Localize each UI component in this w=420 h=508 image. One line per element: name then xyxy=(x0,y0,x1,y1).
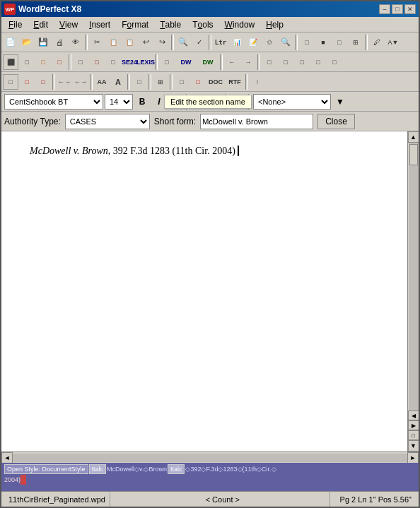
zoom-btn[interactable]: 🔍 xyxy=(278,35,293,50)
sep4 xyxy=(295,35,298,50)
sep8 xyxy=(220,54,223,70)
scroll-down-button[interactable]: ▼ xyxy=(408,440,419,451)
bold-button[interactable]: B xyxy=(134,94,150,110)
t3-btn3[interactable]: □ xyxy=(35,74,51,90)
redo-btn[interactable]: ↪ xyxy=(154,35,170,50)
scroll-extra2[interactable]: ▶ xyxy=(408,420,419,430)
menu-view[interactable]: View xyxy=(54,18,83,32)
t3-btn9[interactable]: ⊞ xyxy=(153,74,168,90)
authority-type-select[interactable]: CASES xyxy=(65,114,150,129)
t3-btn13[interactable]: RTF xyxy=(226,74,244,90)
menu-tools[interactable]: Tools xyxy=(187,18,218,32)
t3-btn12[interactable]: DOC xyxy=(206,74,225,90)
wb-btn[interactable]: □ xyxy=(299,35,315,50)
t3-btn2[interactable]: □ xyxy=(19,74,35,90)
menu-insert[interactable]: Insert xyxy=(83,18,116,32)
t2-btn17[interactable]: □ xyxy=(294,54,310,70)
t2-btn4[interactable]: □ xyxy=(52,54,67,70)
style-select[interactable]: <None> xyxy=(253,94,331,110)
menu-edit[interactable]: Edit xyxy=(28,18,54,32)
preview-btn[interactable]: 👁 xyxy=(68,35,83,50)
close-button[interactable]: ✕ xyxy=(404,4,416,14)
t2-btn13[interactable]: ← xyxy=(224,54,240,70)
menu-help[interactable]: Help xyxy=(260,18,289,32)
t3-btn5[interactable]: ←→ xyxy=(73,74,88,90)
text-cursor xyxy=(235,146,240,156)
t2-btn19[interactable]: □ xyxy=(327,54,342,70)
font-size-select[interactable]: 14 xyxy=(105,94,133,110)
copy-btn[interactable]: 📋 xyxy=(105,35,121,50)
t2-btn12[interactable]: DW xyxy=(197,54,218,70)
t2-btn8[interactable]: SE24 xyxy=(122,54,137,70)
minimize-button[interactable]: – xyxy=(379,4,390,14)
print-btn[interactable]: 🖨 xyxy=(52,35,67,50)
scroll-extra3[interactable]: □ xyxy=(408,430,419,440)
scroll-right-button[interactable]: ► xyxy=(407,452,419,463)
style-dropdown[interactable]: ▼ xyxy=(332,94,348,110)
sep2 xyxy=(171,35,174,50)
close-authority-button[interactable]: Close xyxy=(317,114,355,129)
scroll-left-button[interactable]: ◄ xyxy=(1,452,13,463)
t3-btn7[interactable]: A xyxy=(110,74,126,90)
open-btn[interactable]: 📂 xyxy=(19,35,35,50)
prop-btn[interactable]: 🖊 xyxy=(369,35,385,50)
wb-btn2[interactable]: ■ xyxy=(315,35,331,50)
paste-btn[interactable]: 📋 xyxy=(122,35,137,50)
scroll-track[interactable] xyxy=(409,143,419,410)
undo-btn[interactable]: ↩ xyxy=(138,35,153,50)
menu-window[interactable]: Window xyxy=(219,18,261,32)
t3-btn6[interactable]: AA xyxy=(94,74,110,90)
wb-btn4[interactable]: ⊞ xyxy=(348,35,363,50)
wb-btn3[interactable]: □ xyxy=(332,35,347,50)
find-btn[interactable]: 🔍 xyxy=(175,35,191,50)
vertical-scrollbar[interactable]: ▲ ◀ ▶ □ ▼ xyxy=(407,131,419,451)
toolbar-extra2[interactable]: 📝 xyxy=(245,35,261,50)
t2-btn3[interactable]: □ xyxy=(35,54,51,70)
t3-btn8[interactable]: □ xyxy=(132,74,147,90)
t2-btn15[interactable]: □ xyxy=(262,54,277,70)
menu-format[interactable]: Format xyxy=(116,18,154,32)
title-bar: WP WordPerfect X8 – □ ✕ xyxy=(1,1,419,17)
t3-btn14[interactable]: ↑ xyxy=(250,74,265,90)
color-btn[interactable]: A▼ xyxy=(385,35,401,50)
scroll-up-button[interactable]: ▲ xyxy=(408,131,419,143)
sep15 xyxy=(245,74,248,90)
t2-btn2[interactable]: □ xyxy=(19,54,35,70)
document-container: McDowell v. Brown, 392 F.3d 1283 (11th C… xyxy=(1,131,419,451)
horizontal-scrollbar[interactable]: ◄ ► xyxy=(1,451,419,463)
t2-btn7[interactable]: □ xyxy=(105,54,121,70)
spell-btn[interactable]: ✓ xyxy=(192,35,207,50)
position-text: Pg 2 Ln 1" Pos 5.56" xyxy=(340,495,412,504)
t3-btn4[interactable]: ←→ xyxy=(57,74,72,90)
new-btn[interactable]: 📄 xyxy=(3,35,18,50)
code-text1: McDowell◇v.◇Brown xyxy=(107,466,167,473)
menu-file[interactable]: File xyxy=(3,18,28,32)
t2-btn14[interactable]: → xyxy=(240,54,256,70)
t2-btn11[interactable]: DW xyxy=(175,54,197,70)
macro-btn[interactable]: Ltr xyxy=(213,35,228,50)
t2-btn5[interactable]: □ xyxy=(73,54,88,70)
t2-btn1[interactable]: ⬛ xyxy=(3,54,18,70)
toolbar-extra3[interactable]: ✩ xyxy=(262,35,277,50)
citation-text: McDowell v. Brown xyxy=(30,146,108,156)
scroll-thumb[interactable] xyxy=(409,144,418,165)
code-text2: ◇392◇F.3d◇1283◇(11th◇Cir.◇ xyxy=(185,466,276,473)
t3-btn11[interactable]: □ xyxy=(190,74,206,90)
t2-btn16[interactable]: □ xyxy=(278,54,293,70)
t2-btn18[interactable]: □ xyxy=(310,54,326,70)
cut-btn[interactable]: ✂ xyxy=(89,35,105,50)
toolbar-extra1[interactable]: 📊 xyxy=(229,35,245,50)
short-form-input[interactable] xyxy=(200,114,313,129)
restore-button[interactable]: □ xyxy=(392,4,403,14)
scroll-extra1[interactable]: ◀ xyxy=(408,410,419,420)
t2-btn9[interactable]: LEXIS xyxy=(138,54,153,70)
t2-btn10[interactable]: □ xyxy=(159,54,175,70)
t3-btn10[interactable]: □ xyxy=(174,74,189,90)
menu-table[interactable]: Table xyxy=(154,18,187,32)
save-btn[interactable]: 💾 xyxy=(35,35,51,50)
menu-bar: File Edit View Insert Format Table Tools… xyxy=(1,17,419,33)
font-select[interactable]: CentSchbook BT xyxy=(4,94,103,110)
t2-btn6[interactable]: □ xyxy=(89,54,105,70)
t3-btn1[interactable]: □ xyxy=(3,74,18,90)
h-scroll-track[interactable] xyxy=(13,454,407,462)
